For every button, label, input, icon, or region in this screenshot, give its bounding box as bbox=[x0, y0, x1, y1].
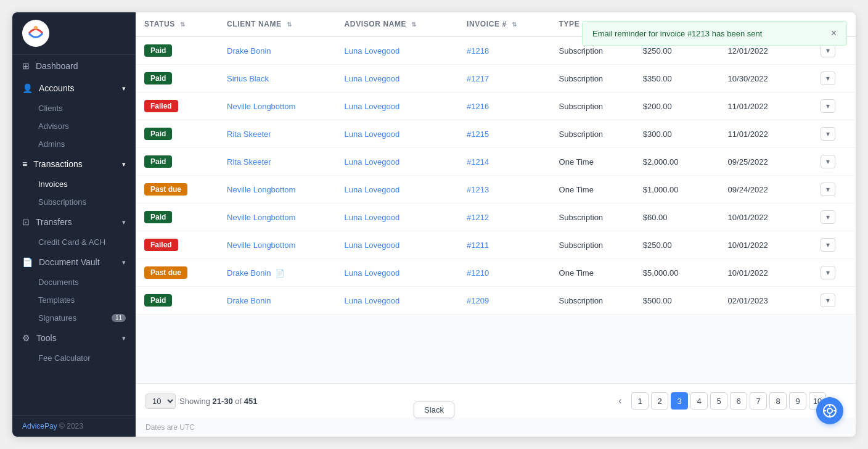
sidebar-item-subscriptions[interactable]: Subscriptions bbox=[12, 193, 136, 211]
advisor-link[interactable]: Luna Lovegood bbox=[345, 213, 400, 222]
action-dropdown-button[interactable]: ▾ bbox=[821, 210, 835, 224]
invoice-link[interactable]: #1210 bbox=[467, 268, 489, 278]
client-link[interactable]: Rita Skeeter bbox=[227, 157, 271, 167]
invoice-link[interactable]: #1218 bbox=[467, 46, 489, 56]
invoice-link[interactable]: #1214 bbox=[467, 157, 489, 167]
sidebar-item-credit-card-ach[interactable]: Credit Card & ACH bbox=[12, 233, 136, 251]
advisor-link[interactable]: Luna Lovegood bbox=[345, 130, 400, 139]
client-link[interactable]: Drake Bonin bbox=[227, 296, 271, 305]
action-dropdown-button[interactable]: ▾ bbox=[821, 72, 835, 85]
advisor-link[interactable]: Luna Lovegood bbox=[345, 157, 400, 167]
notification-close-button[interactable]: × bbox=[831, 28, 837, 39]
client-link[interactable]: Neville Longbottom bbox=[227, 102, 295, 111]
sidebar-item-advisors[interactable]: Advisors bbox=[12, 117, 136, 135]
action-dropdown-button[interactable]: ▾ bbox=[821, 294, 835, 307]
advisor-link[interactable]: Luna Lovegood bbox=[345, 296, 400, 305]
client-link[interactable]: Rita Skeeter bbox=[227, 130, 271, 139]
advisor-link[interactable]: Luna Lovegood bbox=[345, 185, 400, 194]
sidebar-item-tools[interactable]: ⚙ Tools ▾ bbox=[12, 327, 136, 349]
sidebar-item-signatures[interactable]: Signatures 11 bbox=[12, 309, 136, 327]
transfers-icon: ⊡ bbox=[22, 217, 30, 227]
page-4-button[interactable]: 4 bbox=[690, 392, 708, 410]
advicepay-link[interactable]: AdvicePay bbox=[22, 422, 57, 430]
sidebar-item-invoices[interactable]: Invoices bbox=[12, 175, 136, 193]
cell-advisor: Luna Lovegood bbox=[336, 287, 458, 315]
action-dropdown-button[interactable]: ▾ bbox=[821, 44, 835, 57]
invoice-link[interactable]: #1216 bbox=[467, 102, 489, 111]
page-9-button[interactable]: 9 bbox=[789, 392, 806, 410]
cell-amount: $500.00 bbox=[634, 287, 719, 315]
col-client-name[interactable]: CLIENT NAME ⇅ bbox=[218, 12, 336, 36]
sidebar-item-accounts[interactable]: 👤 Accounts ▾ bbox=[12, 77, 136, 99]
table-row: Paid Rita Skeeter Luna Lovegood #1215 Su… bbox=[136, 120, 856, 148]
sidebar-item-fee-calculator[interactable]: Fee Calculator bbox=[12, 349, 136, 367]
cell-type: Subscription bbox=[551, 204, 634, 231]
per-page-select[interactable]: 10 25 50 bbox=[145, 393, 176, 409]
cell-status: Paid bbox=[136, 65, 218, 93]
status-badge: Paid bbox=[144, 211, 172, 223]
col-advisor-name[interactable]: ADVISOR NAME ⇅ bbox=[336, 12, 458, 36]
client-link[interactable]: Neville Longbottom bbox=[227, 241, 295, 250]
advisor-link[interactable]: Luna Lovegood bbox=[345, 241, 400, 250]
page-3-button[interactable]: 3 bbox=[671, 392, 688, 410]
cell-due-date: 11/01/2022 bbox=[719, 93, 812, 120]
cell-due-date: 02/01/2023 bbox=[719, 287, 812, 315]
action-dropdown-button[interactable]: ▾ bbox=[821, 238, 835, 252]
slack-button[interactable]: Slack bbox=[414, 402, 454, 418]
sidebar-item-clients[interactable]: Clients bbox=[12, 99, 136, 117]
sidebar-item-templates[interactable]: Templates bbox=[12, 291, 136, 309]
advisor-link[interactable]: Luna Lovegood bbox=[345, 46, 400, 56]
cell-status: Past due bbox=[136, 259, 218, 287]
cell-advisor: Luna Lovegood bbox=[336, 259, 458, 287]
sort-icon: ⇅ bbox=[180, 21, 186, 28]
client-link[interactable]: Neville Longbottom bbox=[227, 213, 295, 222]
client-link[interactable]: Drake Bonin bbox=[227, 46, 271, 56]
page-1-button[interactable]: 1 bbox=[631, 392, 649, 410]
invoice-link[interactable]: #1209 bbox=[467, 296, 489, 305]
action-dropdown-button[interactable]: ▾ bbox=[821, 155, 835, 168]
sidebar-item-admins[interactable]: Admins bbox=[12, 135, 136, 153]
cell-due-date: 09/24/2022 bbox=[719, 176, 812, 204]
page-6-button[interactable]: 6 bbox=[730, 392, 747, 410]
cell-client: Neville Longbottom bbox=[218, 93, 336, 120]
advisor-link[interactable]: Luna Lovegood bbox=[345, 102, 400, 111]
cell-advisor: Luna Lovegood bbox=[336, 120, 458, 148]
invoice-link[interactable]: #1212 bbox=[467, 213, 489, 222]
advisor-link[interactable]: Luna Lovegood bbox=[345, 268, 400, 278]
client-link[interactable]: Drake Bonin bbox=[227, 268, 271, 278]
client-link[interactable]: Neville Longbottom bbox=[227, 185, 295, 194]
page-8-button[interactable]: 8 bbox=[769, 392, 787, 410]
cell-action: ▾ bbox=[812, 259, 856, 287]
advisor-link[interactable]: Luna Lovegood bbox=[345, 74, 400, 83]
svg-point-0 bbox=[25, 22, 47, 44]
sidebar-item-documents[interactable]: Documents bbox=[12, 273, 136, 291]
cell-status: Paid bbox=[136, 204, 218, 231]
sidebar-item-transactions[interactable]: ≡ Transactions ▾ bbox=[12, 153, 136, 175]
action-dropdown-button[interactable]: ▾ bbox=[821, 183, 835, 196]
notification-banner: Email reminder for invoice #1213 has bee… bbox=[582, 21, 847, 46]
help-button[interactable] bbox=[816, 397, 843, 424]
invoice-link[interactable]: #1217 bbox=[467, 74, 489, 83]
action-dropdown-button[interactable]: ▾ bbox=[821, 99, 835, 113]
page-5-button[interactable]: 5 bbox=[710, 392, 727, 410]
invoice-link[interactable]: #1213 bbox=[467, 185, 489, 194]
col-invoice-num[interactable]: INVOICE # ⇅ bbox=[458, 12, 551, 36]
action-dropdown-button[interactable]: ▾ bbox=[821, 127, 835, 141]
cell-client: Drake Bonin 📄 bbox=[218, 259, 336, 287]
prev-page-button[interactable]: ‹ bbox=[612, 392, 629, 410]
sidebar-item-dashboard[interactable]: ⊞ Dashboard bbox=[12, 55, 136, 77]
invoice-link[interactable]: #1211 bbox=[467, 241, 489, 250]
cell-amount: $300.00 bbox=[634, 120, 719, 148]
cell-advisor: Luna Lovegood bbox=[336, 231, 458, 259]
status-badge: Paid bbox=[144, 72, 172, 84]
invoice-link[interactable]: #1215 bbox=[467, 130, 489, 139]
page-7-button[interactable]: 7 bbox=[750, 392, 767, 410]
col-status[interactable]: STATUS ⇅ bbox=[136, 12, 218, 36]
client-link[interactable]: Sirius Black bbox=[227, 74, 269, 83]
page-2-button[interactable]: 2 bbox=[651, 392, 668, 410]
cell-advisor: Luna Lovegood bbox=[336, 65, 458, 93]
action-dropdown-button[interactable]: ▾ bbox=[821, 266, 835, 279]
cell-advisor: Luna Lovegood bbox=[336, 93, 458, 120]
sidebar-item-document-vault[interactable]: 📄 Document Vault ▾ bbox=[12, 251, 136, 273]
sidebar-item-transfers[interactable]: ⊡ Transfers ▾ bbox=[12, 211, 136, 233]
